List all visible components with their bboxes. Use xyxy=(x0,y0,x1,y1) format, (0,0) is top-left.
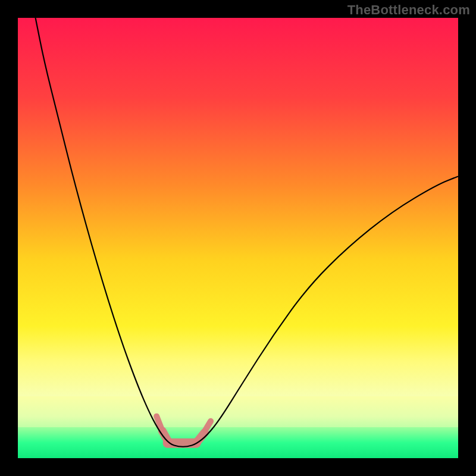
plot-area xyxy=(18,18,458,458)
attribution-text: TheBottleneck.com xyxy=(347,2,470,18)
bottleneck-curve xyxy=(36,18,458,447)
svg-line-5 xyxy=(205,421,211,430)
chart-container: TheBottleneck.com xyxy=(0,0,476,476)
curve-layer xyxy=(18,18,458,458)
